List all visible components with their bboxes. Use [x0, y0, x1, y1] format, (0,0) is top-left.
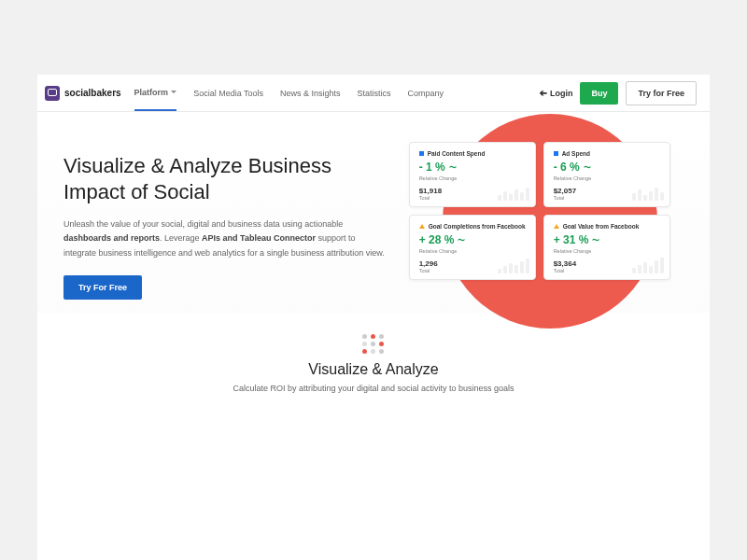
login-icon: ➔: [540, 88, 547, 98]
section-subtitle: Calculate ROI by attributing your digita…: [37, 384, 710, 393]
card-ad-spend: Ad Spend - 6 %〜 Relative Change $2,057 T…: [543, 142, 670, 207]
nav-label: Social Media Tools: [193, 89, 263, 98]
landing-page: socialbakers Platform Social Media Tools…: [37, 75, 710, 560]
trend-up-icon: 〜: [592, 235, 599, 245]
sparkline-icon: [632, 188, 664, 201]
card-title: Goal Value from Facebook: [554, 223, 660, 230]
logo[interactable]: socialbakers: [45, 86, 121, 101]
sparkline-icon: [632, 258, 664, 273]
nav-statistics[interactable]: Statistics: [358, 76, 391, 111]
hero-copy: Visualize & Analyze Business Impact of S…: [63, 136, 386, 300]
brand-name: socialbakers: [64, 88, 121, 98]
facebook-icon: [419, 151, 424, 156]
nav-label: Company: [408, 89, 444, 98]
trend-down-icon: 〜: [584, 162, 591, 173]
nav-news-insights[interactable]: News & Insights: [280, 76, 341, 111]
card-metric-label: Relative Change: [554, 175, 660, 181]
card-metric: + 31 %〜: [554, 233, 660, 246]
buy-button[interactable]: Buy: [580, 82, 618, 105]
analytics-icon: [419, 224, 425, 229]
section-title: Visualize & Analyze: [37, 361, 710, 378]
card-metric: + 28 %〜: [419, 233, 526, 246]
logo-icon: [45, 86, 60, 101]
card-title: Paid Content Spend: [419, 150, 526, 157]
card-metric: - 6 %〜: [554, 161, 660, 174]
card-paid-content-spend: Paid Content Spend - 1 %〜 Relative Chang…: [409, 142, 536, 207]
secondary-section: Visualize & Analyze Calculate ROI by att…: [37, 313, 710, 393]
trend-up-icon: 〜: [458, 235, 465, 245]
hero-cta-button[interactable]: Try For Free: [63, 275, 142, 300]
nav-items: Platform Social Media Tools News & Insig…: [134, 76, 444, 111]
analytics-icon: [554, 224, 559, 229]
nav-platform[interactable]: Platform: [134, 76, 177, 111]
hero-illustration: Paid Content Spend - 1 %〜 Relative Chang…: [395, 136, 684, 300]
nav-label: News & Insights: [280, 89, 341, 98]
card-metric-label: Relative Change: [419, 175, 526, 181]
nav-right: ➔ Login Buy Try for Free: [540, 81, 697, 105]
card-metric: - 1 %〜: [419, 161, 526, 174]
sparkline-icon: [498, 259, 529, 273]
login-link[interactable]: ➔ Login: [540, 88, 573, 98]
sparkline-icon: [498, 188, 529, 201]
hero-title: Visualize & Analyze Business Impact of S…: [63, 153, 386, 204]
nav-company[interactable]: Company: [408, 76, 444, 111]
nav-label: Platform: [134, 88, 169, 97]
card-title: Ad Spend: [554, 150, 660, 157]
chevron-down-icon: [171, 91, 176, 93]
dot-grid-icon: [362, 334, 385, 354]
metric-cards: Paid Content Spend - 1 %〜 Relative Chang…: [409, 142, 670, 280]
card-metric-label: Relative Change: [419, 248, 526, 254]
nav-social-media-tools[interactable]: Social Media Tools: [193, 76, 263, 111]
card-goal-completions: Goal Completions from Facebook + 28 %〜 R…: [409, 215, 536, 280]
card-title: Goal Completions from Facebook: [419, 223, 526, 230]
hero-subtitle: Unleash the value of your social, digita…: [63, 217, 386, 260]
card-metric-label: Relative Change: [554, 248, 660, 254]
login-label: Login: [550, 89, 573, 98]
hero-section: Visualize & Analyze Business Impact of S…: [37, 112, 710, 313]
nav-label: Statistics: [358, 89, 391, 98]
trend-down-icon: 〜: [449, 162, 457, 173]
card-goal-value: Goal Value from Facebook + 31 %〜 Relativ…: [543, 215, 670, 280]
try-free-button[interactable]: Try for Free: [626, 81, 697, 105]
top-nav: socialbakers Platform Social Media Tools…: [37, 75, 710, 112]
facebook-icon: [554, 151, 558, 156]
